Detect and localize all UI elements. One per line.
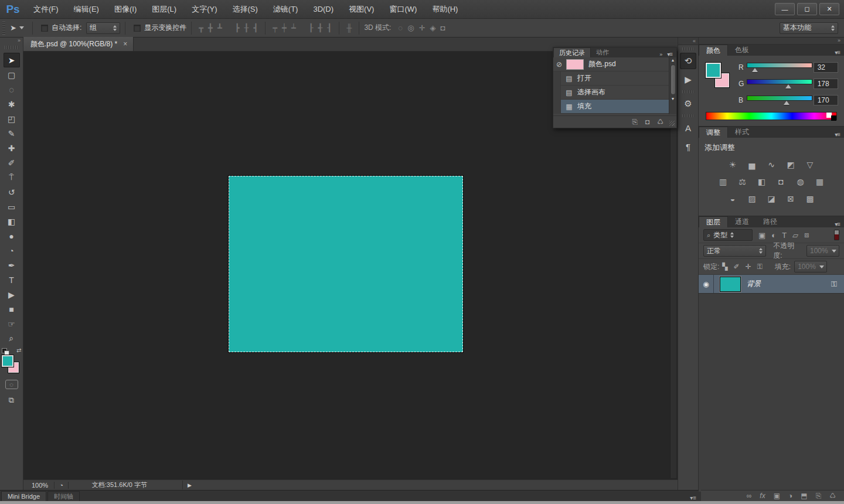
3d-scale-icon[interactable]: ◘: [438, 23, 447, 32]
clone-stamp-tool[interactable]: ⍑: [4, 170, 20, 185]
move-tool-preset-icon[interactable]: ➤: [9, 23, 18, 32]
new-layer-icon[interactable]: ⎘: [816, 492, 822, 500]
history-state-fill[interactable]: ▦ 填充: [553, 100, 676, 114]
3d-roll-icon[interactable]: ◎: [405, 23, 416, 32]
dodge-tool[interactable]: ◔: [4, 243, 20, 258]
default-colors-icon[interactable]: [2, 348, 7, 353]
foreground-color-swatch[interactable]: [706, 63, 721, 78]
lock-position-icon[interactable]: ✛: [746, 263, 751, 271]
menu-type[interactable]: 文字(Y): [184, 1, 224, 18]
green-value-field[interactable]: 178: [814, 79, 838, 89]
move-tool[interactable]: ➤: [4, 53, 20, 67]
red-slider-thumb[interactable]: [752, 68, 758, 72]
dock-collapse-icon[interactable]: «: [678, 38, 698, 45]
tab-swatches[interactable]: 色板: [728, 45, 756, 56]
layer-thumbnail[interactable]: [720, 277, 741, 292]
tab-adjustments[interactable]: 调整: [699, 127, 728, 138]
set-source-history-brush-icon[interactable]: ⊘: [553, 60, 565, 69]
layer-visibility-toggle[interactable]: ◉: [699, 275, 714, 293]
color-balance-icon[interactable]: ⚖: [736, 176, 750, 188]
auto-select-checkbox[interactable]: [41, 25, 48, 32]
filter-type-layers-icon[interactable]: T: [782, 231, 787, 240]
brightness-contrast-icon[interactable]: ☀: [726, 159, 740, 171]
lock-image-pixels-icon[interactable]: ✐: [734, 263, 740, 271]
history-state-select-canvas[interactable]: ▤ 选择画布: [553, 86, 676, 100]
3d-drag-icon[interactable]: ✛: [417, 23, 428, 32]
align-left-edges-icon[interactable]: ┣: [233, 23, 242, 32]
distribute-spacing-icon[interactable]: ╫: [344, 23, 354, 32]
status-options-icon[interactable]: ▶: [183, 482, 196, 488]
black-white-icon[interactable]: ◧: [755, 176, 769, 188]
tab-actions[interactable]: 动作: [591, 47, 614, 57]
magic-wand-tool[interactable]: ✱: [4, 97, 20, 111]
auto-select-dropdown[interactable]: 组: [86, 22, 120, 34]
gradient-tool[interactable]: ◧: [4, 214, 20, 229]
layer-filtering-toggle[interactable]: [834, 230, 839, 240]
properties-panel-button[interactable]: ⚙: [680, 96, 696, 112]
layer-name[interactable]: 背景: [747, 279, 761, 289]
document-tab[interactable]: 颜色.psd @ 100%(RGB/8) * ×: [23, 37, 134, 51]
distribute-vertical-centers-icon[interactable]: ┿: [280, 23, 289, 32]
tab-styles[interactable]: 样式: [728, 127, 756, 138]
menu-window[interactable]: 窗口(W): [382, 1, 424, 18]
filter-adjustment-layers-icon[interactable]: ◐: [771, 231, 776, 240]
opacity-dropdown[interactable]: 100%: [806, 245, 839, 257]
swap-colors-icon[interactable]: ⇄: [16, 347, 21, 353]
red-slider-track[interactable]: [747, 63, 812, 68]
levels-icon[interactable]: ▅: [745, 159, 759, 171]
tab-channels[interactable]: 通道: [728, 216, 756, 227]
filter-shape-layers-icon[interactable]: ▱: [792, 231, 798, 240]
dock-expand-icon[interactable]: »: [699, 38, 844, 45]
layer-row-background[interactable]: ◉ 背景 ⚿: [699, 275, 844, 294]
zoom-tool[interactable]: ⌕: [4, 331, 20, 346]
paragraph-panel-button[interactable]: ¶: [680, 138, 696, 155]
invert-icon[interactable]: ◒: [726, 193, 740, 205]
green-slider-thumb[interactable]: [785, 84, 791, 88]
link-layers-icon[interactable]: ∞: [747, 492, 752, 500]
panel-menu-icon[interactable]: ▾≡: [835, 131, 844, 138]
panel-menu-icon[interactable]: ▾≡: [835, 221, 844, 227]
history-brush-tool[interactable]: ↺: [4, 185, 20, 199]
healing-brush-tool[interactable]: ✚: [4, 141, 20, 155]
blue-slider[interactable]: [747, 96, 806, 105]
blue-slider-track[interactable]: [747, 96, 812, 101]
resize-grip[interactable]: [669, 121, 675, 126]
close-button[interactable]: ✕: [819, 3, 839, 15]
distribute-horizontal-centers-icon[interactable]: ╉: [316, 23, 325, 32]
distribute-left-edges-icon[interactable]: ┠: [307, 23, 316, 32]
pen-tool[interactable]: ✒: [4, 258, 20, 273]
layer-style-icon[interactable]: fx: [760, 492, 765, 500]
curves-icon[interactable]: ∿: [764, 159, 778, 171]
menu-file[interactable]: 文件(F): [26, 1, 66, 18]
green-slider-track[interactable]: [747, 79, 812, 84]
eyedropper-tool[interactable]: ✎: [4, 126, 20, 141]
menu-image[interactable]: 图像(I): [107, 1, 144, 18]
toolbar-collapse-icon[interactable]: »: [0, 38, 23, 46]
path-selection-tool[interactable]: ▶: [4, 287, 20, 302]
new-group-icon[interactable]: ⬒: [801, 492, 807, 500]
tab-timeline[interactable]: 时间轴: [47, 491, 80, 501]
type-tool[interactable]: T: [4, 273, 20, 287]
layer-filter-dropdown[interactable]: ⌕ 类型: [703, 229, 753, 241]
color-spectrum-ramp[interactable]: [706, 112, 837, 120]
add-layer-mask-icon[interactable]: ▣: [774, 492, 780, 500]
rectangular-marquee-tool[interactable]: ▢: [4, 67, 20, 82]
screen-mode-button[interactable]: ⧉: [4, 394, 19, 407]
filter-pixel-layers-icon[interactable]: ▣: [758, 231, 765, 240]
menu-view[interactable]: 视图(V): [341, 1, 382, 18]
menu-3d[interactable]: 3D(D): [305, 1, 341, 17]
red-value-field[interactable]: 32: [814, 62, 838, 73]
new-document-from-state-icon[interactable]: ⎘: [632, 118, 638, 126]
filter-smart-objects-icon[interactable]: ⧈: [804, 230, 809, 240]
foreground-color-swatch[interactable]: [2, 355, 13, 367]
vibrance-icon[interactable]: ▽: [803, 159, 817, 171]
panel-menu-icon[interactable]: ▾≡: [835, 49, 844, 56]
tab-color[interactable]: 颜色: [699, 45, 728, 56]
history-state-open[interactable]: ▤ 打开: [553, 71, 676, 86]
fill-dropdown[interactable]: 100%: [794, 261, 827, 273]
align-bottom-edges-icon[interactable]: ┻: [215, 23, 224, 32]
blur-tool[interactable]: ●: [4, 229, 20, 243]
tab-layers[interactable]: 图层: [699, 216, 728, 227]
3d-rotate-icon[interactable]: ◌: [396, 23, 405, 32]
gradient-map-icon[interactable]: ▩: [803, 193, 817, 205]
